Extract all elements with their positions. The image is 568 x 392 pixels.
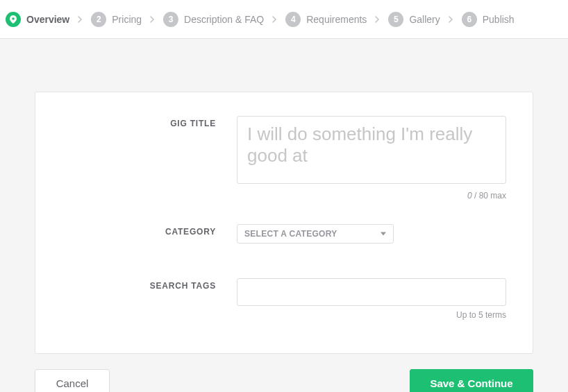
step-publish[interactable]: 6 Publish	[462, 12, 515, 27]
step-pricing[interactable]: 2 Pricing	[91, 12, 142, 27]
caret-down-icon	[381, 232, 386, 236]
gig-title-input[interactable]	[237, 116, 506, 184]
chevron-right-icon	[375, 16, 380, 23]
step-label: Pricing	[112, 14, 142, 25]
category-select-value: SELECT A CATEGORY	[244, 229, 337, 239]
cancel-button[interactable]: Cancel	[35, 369, 110, 392]
step-number-badge: 3	[163, 12, 178, 27]
chevron-right-icon	[449, 16, 453, 23]
category-select[interactable]: SELECT A CATEGORY	[237, 224, 394, 244]
step-label: Requirements	[306, 14, 367, 25]
row-search-tags: SEARCH TAGS Up to 5 terms	[35, 278, 506, 320]
step-number-badge: 2	[91, 12, 106, 27]
map-pin-icon	[6, 12, 21, 27]
form-footer: Cancel Save & Continue	[35, 369, 533, 392]
step-label: Description & FAQ	[184, 14, 264, 25]
label-gig-title: GIG TITLE	[35, 116, 237, 201]
step-label: Publish	[483, 14, 515, 25]
step-label: Overview	[26, 14, 69, 25]
wizard-progress-bar: Overview 2 Pricing 3 Description & FAQ 4…	[0, 0, 568, 39]
chevron-right-icon	[150, 16, 155, 23]
label-category: CATEGORY	[35, 224, 237, 244]
form-card: GIG TITLE 0 / 80 max CATEGORY SELECT A C…	[35, 92, 533, 354]
step-number-badge: 5	[388, 12, 403, 27]
step-overview[interactable]: Overview	[6, 12, 69, 27]
row-gig-title: GIG TITLE 0 / 80 max	[35, 116, 506, 201]
gig-title-counter: 0 / 80 max	[237, 191, 506, 201]
search-tags-input[interactable]	[237, 278, 506, 306]
step-number-badge: 6	[462, 12, 477, 27]
label-search-tags: SEARCH TAGS	[35, 278, 237, 320]
step-requirements[interactable]: 4 Requirements	[285, 12, 367, 27]
chevron-right-icon	[78, 16, 83, 23]
save-continue-button[interactable]: Save & Continue	[410, 369, 533, 392]
step-description-faq[interactable]: 3 Description & FAQ	[163, 12, 264, 27]
step-gallery[interactable]: 5 Gallery	[388, 12, 440, 27]
row-category: CATEGORY SELECT A CATEGORY	[35, 224, 506, 244]
step-number-badge: 4	[285, 12, 301, 27]
chevron-right-icon	[272, 16, 277, 23]
main-content: GIG TITLE 0 / 80 max CATEGORY SELECT A C…	[0, 39, 568, 392]
step-label: Gallery	[409, 14, 440, 25]
search-tags-helper: Up to 5 terms	[237, 310, 506, 320]
